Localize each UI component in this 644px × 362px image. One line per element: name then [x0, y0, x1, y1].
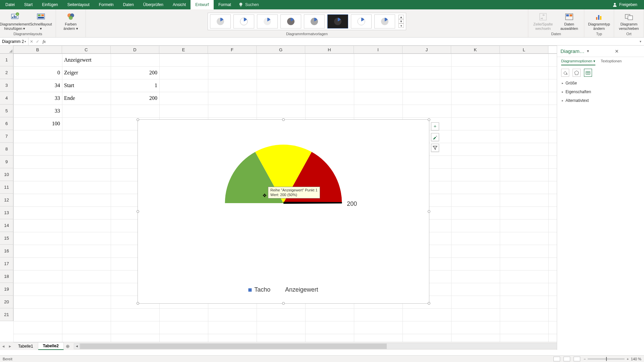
move-chart-icon [625, 12, 633, 21]
cell-D3[interactable]: 1 [111, 79, 159, 92]
view-normal[interactable] [553, 357, 560, 361]
sheet-tab-1[interactable]: Tabelle1 [13, 342, 38, 350]
pane-tab-options[interactable]: Diagrammoptionen ▾ [561, 59, 595, 65]
tell-me-search[interactable]: Suchen [238, 2, 259, 7]
switch-icon [539, 12, 547, 21]
change-chart-type-button[interactable]: Diagrammtyp ändern [587, 11, 611, 31]
svg-rect-28 [600, 16, 601, 20]
formula-expand[interactable]: ▾ [637, 40, 644, 43]
cell-B6[interactable]: 100 [13, 117, 62, 130]
data-label: 200 [347, 200, 357, 207]
cell-C3[interactable]: Start [62, 79, 111, 92]
style-1[interactable] [210, 14, 231, 28]
pane-section-alttext[interactable]: Alternativtext [557, 96, 644, 105]
style-6[interactable] [327, 14, 348, 28]
name-box[interactable]: Diagramm 2 [0, 38, 29, 45]
tab-nav-prev[interactable]: ◄ [0, 344, 7, 348]
format-pane: Diagrammbereich f… ▼ ✕ Diagrammoptionen … [557, 46, 644, 350]
cell-B4[interactable]: 33 [13, 92, 62, 105]
cell-grid[interactable]: Anzeigewert 0 Zeiger 200 34 Start 1 33 E… [13, 54, 637, 350]
add-sheet-button[interactable]: ⊕ [64, 343, 72, 349]
tab-ansicht[interactable]: Ansicht [168, 0, 191, 9]
cell-C4[interactable]: Ende [62, 92, 111, 105]
style-2[interactable] [233, 14, 254, 28]
group-type-label: Typ [596, 32, 602, 37]
worksheet[interactable]: BCDEFGHIJKL 1234567891011121314151617181… [0, 46, 644, 350]
gauge-chart[interactable]: 200 Tacho Anzeigewert [138, 120, 429, 303]
brush-icon [433, 135, 437, 139]
tab-datei[interactable]: Datei [1, 0, 19, 9]
svg-rect-3 [14, 15, 15, 18]
svg-rect-30 [628, 16, 633, 20]
status-bar: Bereit −+ 140 % [0, 355, 644, 362]
view-page-break[interactable] [574, 357, 580, 361]
pane-icon-effects[interactable] [573, 69, 581, 77]
add-chart-element-button[interactable]: + Diagrammelement hinzufügen ▾ [3, 11, 27, 31]
formula-input[interactable] [48, 38, 637, 45]
row-headers[interactable]: 123456789101112131415161718192021 [0, 54, 13, 321]
tab-daten[interactable]: Daten [118, 0, 139, 9]
tab-nav-next[interactable]: ► [7, 344, 13, 348]
cell-C1[interactable]: Anzeigewert [62, 54, 111, 66]
pane-close-button[interactable]: ✕ [615, 49, 641, 54]
pentagon-icon [574, 70, 579, 75]
style-gallery-spinner[interactable]: ▲▼▾ [398, 15, 404, 28]
style-7[interactable] [351, 14, 372, 28]
group-data-label: Daten [551, 32, 561, 37]
select-all-triangle[interactable] [0, 46, 13, 54]
svg-point-13 [69, 16, 73, 20]
cell-B2[interactable]: 0 [13, 66, 62, 79]
view-page-layout[interactable] [564, 357, 570, 361]
bucket-icon [563, 70, 568, 75]
share-button[interactable]: Freigeben [619, 2, 637, 7]
pane-title: Diagrammbereich f… [560, 48, 586, 54]
style-8[interactable] [374, 14, 395, 28]
pane-section-properties[interactable]: Eigenschaften [557, 87, 644, 96]
pane-title-dropdown[interactable]: ▼ [586, 49, 612, 53]
fx-cancel[interactable]: ✕ [29, 39, 35, 44]
chart-style-gallery[interactable]: ▲▼▾ [208, 13, 406, 30]
change-colors-button[interactable]: Farben ändern ▾ [59, 11, 83, 31]
zoom-level[interactable]: 140 % [631, 357, 641, 361]
style-4[interactable] [280, 14, 301, 28]
group-colors: Farben ändern ▾ [56, 9, 86, 37]
chart-side-buttons: ＋ [431, 122, 439, 152]
tab-einfuegen[interactable]: Einfügen [37, 0, 62, 9]
group-data: Zeile/Spalte wechseln Daten auswählen Da… [528, 9, 584, 37]
style-3[interactable] [257, 14, 278, 28]
pane-section-size[interactable]: Größe [557, 79, 644, 87]
zoom-control[interactable]: −+ 140 % [584, 357, 641, 361]
cell-B3[interactable]: 34 [13, 79, 62, 92]
chart-elements-button[interactable]: ＋ [431, 122, 439, 130]
tab-start[interactable]: Start [19, 0, 37, 9]
quick-layout-button[interactable]: Schnelllayout ▾ [29, 11, 53, 31]
column-headers[interactable]: BCDEFGHIJKL [13, 46, 637, 54]
select-data-button[interactable]: Daten auswählen [557, 11, 581, 31]
move-chart-button[interactable]: Diagramm verschieben [617, 11, 641, 31]
chart-filters-button[interactable] [431, 144, 439, 152]
tab-ueberpruefen[interactable]: Überprüfen [139, 0, 168, 9]
svg-rect-31 [248, 288, 252, 292]
cell-D4[interactable]: 200 [111, 92, 159, 105]
fx-icon[interactable]: fx [43, 39, 46, 44]
cell-B5[interactable]: 33 [13, 105, 62, 117]
tab-formeln[interactable]: Formeln [94, 0, 118, 9]
chart-styles-button[interactable] [431, 133, 439, 141]
cell-D2[interactable]: 200 [111, 66, 159, 79]
size-icon [586, 70, 590, 75]
sheet-tab-2[interactable]: Tabelle2 [38, 342, 64, 350]
chart-object[interactable]: 200 Tacho Anzeigewert ✥ Reihe "Anzeigewe… [138, 119, 429, 304]
fx-accept[interactable]: ✓ [35, 39, 41, 44]
svg-marker-35 [575, 71, 579, 75]
svg-rect-4 [15, 16, 16, 18]
tab-format[interactable]: Format [214, 0, 236, 9]
style-5[interactable] [304, 14, 325, 28]
tab-seitenlayout[interactable]: Seitenlayout [63, 0, 94, 9]
tab-entwurf[interactable]: Entwurf [191, 0, 214, 9]
scroll-left[interactable]: ◄ [74, 343, 80, 349]
chart-legend[interactable]: Tacho Anzeigewert [248, 286, 318, 293]
cell-C2[interactable]: Zeiger [62, 66, 111, 79]
pane-icon-fill[interactable] [561, 69, 569, 77]
pane-icon-size[interactable] [584, 69, 592, 77]
pane-tab-text[interactable]: Textoptionen [601, 59, 622, 65]
